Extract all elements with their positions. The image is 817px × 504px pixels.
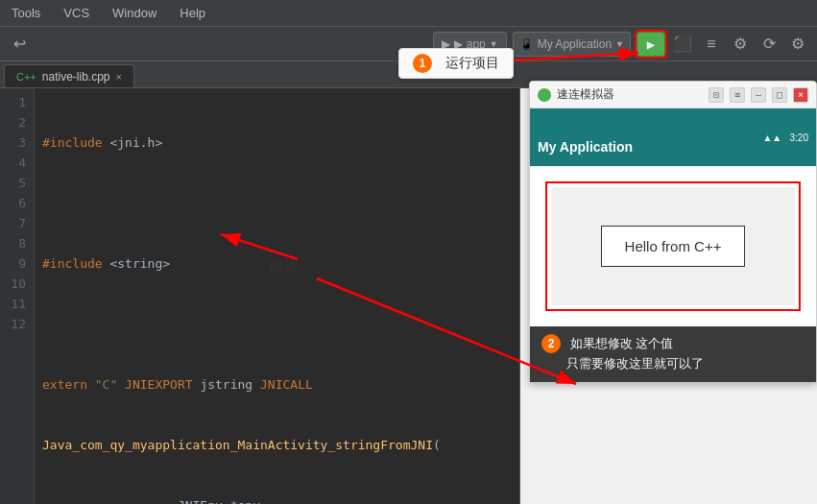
menu-help[interactable]: Help (176, 4, 209, 22)
right-panel: 速连模拟器 ⊡ ≡ — □ × My Application ▲▲ 3:20 (519, 88, 817, 504)
settings-button[interactable]: ⚙ (786, 33, 809, 56)
file-icon: C++ (16, 71, 36, 83)
menu-window[interactable]: Window (108, 4, 160, 22)
tab-filename: native-lib.cpp (42, 70, 110, 84)
main-area: 1 2 3 4 5 6 7 8 9 10 11 12 #include <jni… (0, 88, 817, 504)
menu-bar: Tools VCS Window Help (0, 0, 817, 27)
phone-screen-header: My Application ▲▲ 3:20 (530, 108, 816, 166)
stop-button[interactable]: ⬛ (671, 33, 694, 56)
hello-text-box: Hello from C++ (601, 226, 746, 267)
menu-tools[interactable]: Tools (8, 4, 44, 22)
code-line-7: JNIEnv *env, (42, 495, 512, 504)
emulator-titlebar: 速连模拟器 ⊡ ≡ — □ × (530, 82, 816, 108)
code-content[interactable]: #include <jni.h> #include <string> exter… (35, 88, 519, 504)
app-dropdown-icon: ▼ (490, 39, 498, 49)
emulator-resize-button[interactable]: ⊡ (709, 87, 724, 103)
emulator-close-button[interactable]: × (793, 87, 808, 103)
refresh-button[interactable]: ⟳ (757, 33, 781, 56)
signal-icon: ▲▲ (762, 132, 781, 143)
modify-label: 修改 (269, 257, 300, 277)
annotation-2-text-line2: 只需要修改这里就可以了 (566, 356, 704, 371)
code-line-5: extern "C" JNIEXPORT jstring JNICALL (42, 374, 512, 395)
annotation-1-text: 运行项目 (445, 55, 499, 72)
annotation-2-tooltip: 2 如果想修改 这个值 只需要修改这里就可以了 (530, 326, 816, 382)
run-icon: ▶ (647, 36, 655, 52)
sync-button[interactable]: ≡ (700, 33, 723, 56)
annotation-2-text-line1: 如果想修改 这个值 (570, 336, 674, 350)
time-display: 3:20 (790, 132, 808, 143)
profile-button[interactable]: ⚙ (729, 33, 752, 56)
device-icon: 📱 (519, 37, 534, 51)
phone-content: Hello from C++ (551, 187, 795, 305)
annotation-1-number: 1 (413, 54, 432, 73)
device-selector[interactable]: 📱 My Application ▼ (513, 32, 631, 57)
emulator-title: 速连模拟器 (557, 86, 614, 103)
emulator-window: 速连模拟器 ⊡ ≡ — □ × My Application ▲▲ 3:20 (529, 81, 817, 383)
run-annotation: 1 运行项目 (398, 48, 514, 79)
code-line-4 (42, 314, 512, 334)
status-bar: ▲▲ 3:20 (762, 132, 808, 143)
back-arrow-button[interactable]: ↩ (8, 33, 31, 56)
code-line-1: #include <jni.h> (42, 132, 512, 153)
emulator-maximize-button[interactable]: □ (772, 87, 787, 103)
code-line-2 (42, 193, 512, 213)
device-label: My Application (538, 37, 612, 51)
code-editor[interactable]: 1 2 3 4 5 6 7 8 9 10 11 12 #include <jni… (0, 88, 519, 504)
emulator-menu-button[interactable]: ≡ (730, 87, 745, 103)
device-dropdown-icon: ▼ (615, 39, 624, 49)
emulator-minimize-button[interactable]: — (751, 87, 766, 103)
code-line-6: Java_com_qy_myapplication_MainActivity_s… (42, 435, 512, 455)
file-tab[interactable]: C++ native-lib.cpp × (4, 64, 134, 87)
run-button[interactable]: ▶ (637, 32, 665, 57)
tab-close-button[interactable]: × (116, 71, 122, 83)
menu-vcs[interactable]: VCS (60, 4, 93, 22)
app-bar-title: My Application (538, 139, 633, 155)
emulator-status-dot (538, 88, 551, 102)
hello-text: Hello from C++ (625, 238, 722, 254)
phone-content-wrapper: Hello from C++ (545, 181, 801, 311)
annotation-2-number: 2 (541, 334, 561, 353)
line-numbers: 1 2 3 4 5 6 7 8 9 10 11 12 (0, 88, 35, 504)
